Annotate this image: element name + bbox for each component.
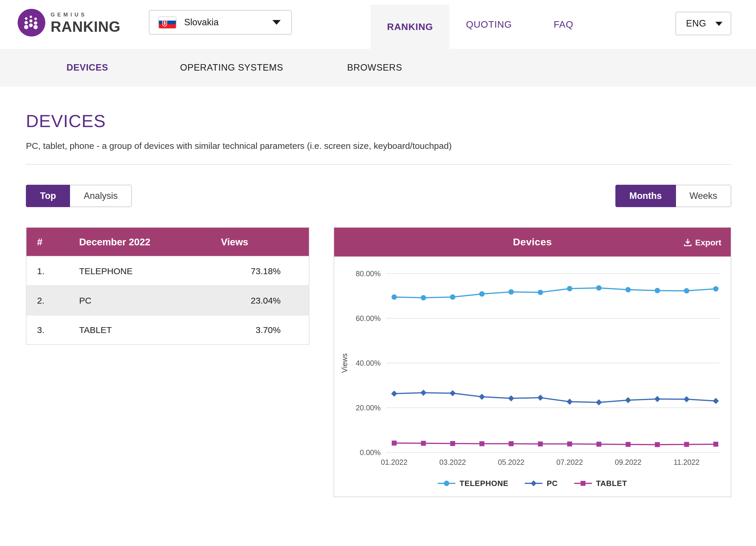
subnav-item-browsers[interactable]: BROWSERS <box>347 49 402 86</box>
devices-ranking-table: # December 2022 Views 1.TELEPHONE73.18%2… <box>26 227 309 345</box>
nav-item-faq[interactable]: FAQ <box>554 0 573 49</box>
controls-row: Top Analysis Months Weeks <box>26 185 731 207</box>
svg-text:40.00%: 40.00% <box>356 359 381 367</box>
diamond-marker-icon <box>525 479 542 487</box>
chevron-down-icon <box>715 21 722 26</box>
device-table-body: 1.TELEPHONE73.18%2.PC23.04%3.TABLET3.70% <box>26 256 309 344</box>
table-row: 3.TABLET3.70% <box>26 315 309 344</box>
cell-name: PC <box>79 286 221 315</box>
svg-text:0.00%: 0.00% <box>360 448 381 457</box>
weeks-button[interactable]: Weeks <box>676 185 731 207</box>
chevron-down-icon <box>272 20 281 25</box>
brand-logo[interactable]: GEMIUS RANKING <box>18 9 121 36</box>
country-selector[interactable]: Slovakia <box>149 10 292 35</box>
chart-header: Devices Export <box>334 228 731 257</box>
subnav-devices-label: DEVICES <box>66 62 108 73</box>
svg-text:03.2022: 03.2022 <box>439 458 466 466</box>
main-content: DEVICES PC, tablet, phone - a group of d… <box>0 111 756 497</box>
legend-item-pc[interactable]: PC <box>525 479 558 487</box>
svg-text:01.2022: 01.2022 <box>381 458 407 466</box>
cell-views: 3.70% <box>221 315 309 344</box>
cell-rank: 2. <box>26 286 79 315</box>
chart-title: Devices <box>513 236 552 248</box>
legend-label: PC <box>547 479 558 487</box>
header: GEMIUS RANKING Slovakia RANKING QUOTING … <box>0 0 756 49</box>
svg-text:07.2022: 07.2022 <box>556 458 583 466</box>
cell-views: 23.04% <box>221 286 309 315</box>
view-toggle: Top Analysis <box>26 185 132 207</box>
nav-quoting-label: QUOTING <box>466 19 512 30</box>
cell-name: TABLET <box>79 315 221 344</box>
nav-ranking-label: RANKING <box>387 21 433 32</box>
export-label: Export <box>695 237 721 247</box>
circle-marker-icon <box>438 479 455 487</box>
page-title: DEVICES <box>26 111 731 131</box>
svg-text:Views: Views <box>340 353 349 373</box>
nav-faq-label: FAQ <box>554 19 573 30</box>
nav-item-quoting[interactable]: QUOTING <box>466 0 512 49</box>
export-button[interactable]: Export <box>683 228 721 257</box>
column-header-views: Views <box>221 227 309 256</box>
svg-text:60.00%: 60.00% <box>356 314 381 322</box>
cell-views: 73.18% <box>221 256 309 286</box>
table-row: 2.PC23.04% <box>26 286 309 315</box>
subnav-os-label: OPERATING SYSTEMS <box>180 62 283 73</box>
cell-rank: 3. <box>26 315 79 344</box>
subnav-item-devices[interactable]: DEVICES <box>66 49 108 86</box>
svg-text:09.2022: 09.2022 <box>615 458 641 466</box>
language-selector[interactable]: ENG <box>675 12 731 35</box>
column-header-rank: # <box>26 227 79 256</box>
legend-item-tablet[interactable]: TABLET <box>574 479 627 487</box>
subnav-browsers-label: BROWSERS <box>347 62 402 73</box>
top-button[interactable]: Top <box>26 185 70 207</box>
country-selector-value: Slovakia <box>184 17 219 28</box>
brand-ranking-label: RANKING <box>51 19 121 34</box>
slovakia-flag-icon <box>158 16 176 29</box>
cell-name: TELEPHONE <box>79 256 221 286</box>
analysis-button[interactable]: Analysis <box>70 185 132 207</box>
svg-text:20.00%: 20.00% <box>356 404 381 412</box>
language-selector-value: ENG <box>686 18 706 29</box>
months-button[interactable]: Months <box>615 185 676 207</box>
cell-rank: 1. <box>26 256 79 286</box>
svg-text:05.2022: 05.2022 <box>498 458 524 466</box>
legend-item-telephone[interactable]: TELEPHONE <box>438 479 508 487</box>
divider <box>26 164 731 165</box>
brand-text: GEMIUS RANKING <box>51 11 121 34</box>
table-row: 1.TELEPHONE73.18% <box>26 256 309 286</box>
sub-nav: DEVICES OPERATING SYSTEMS BROWSERS <box>0 49 756 86</box>
column-header-period: December 2022 <box>79 227 221 256</box>
nav-item-ranking[interactable]: RANKING <box>371 5 449 49</box>
square-marker-icon <box>574 479 592 487</box>
period-toggle: Months Weeks <box>615 185 731 207</box>
app: GEMIUS RANKING Slovakia RANKING QUOTING … <box>0 0 756 546</box>
devices-chart-panel: Devices Export 0.00%20.00%40.00%60.00%80… <box>334 227 731 497</box>
gemius-logo-icon <box>18 9 45 36</box>
legend-label: TELEPHONE <box>459 479 508 487</box>
chart-legend: TELEPHONEPCTABLET <box>334 470 731 497</box>
brand-gemius-label: GEMIUS <box>51 11 121 17</box>
download-icon <box>683 238 692 246</box>
content-row: # December 2022 Views 1.TELEPHONE73.18%2… <box>26 227 731 497</box>
subnav-item-operating-systems[interactable]: OPERATING SYSTEMS <box>180 49 283 86</box>
svg-text:80.00%: 80.00% <box>356 269 381 278</box>
svg-text:11.2022: 11.2022 <box>674 458 700 466</box>
devices-chart-svg: 0.00%20.00%40.00%60.00%80.00%01.202203.2… <box>334 257 731 470</box>
table-header: # December 2022 Views <box>26 227 309 256</box>
legend-label: TABLET <box>596 479 627 487</box>
page-subtitle: PC, tablet, phone - a group of devices w… <box>26 141 731 151</box>
